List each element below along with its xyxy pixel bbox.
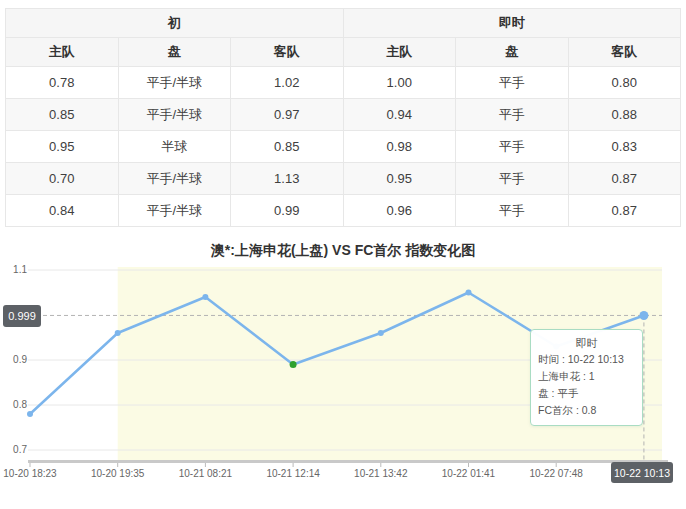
data-point (378, 330, 384, 336)
odds-cell: 1.13 (231, 163, 344, 195)
odds-cell: 0.78 (6, 67, 119, 99)
table-row: 0.70平手/半球1.130.95平手0.87 (6, 163, 681, 195)
odds-cell: 0.80 (568, 67, 681, 99)
table-row: 0.95半球0.850.98平手0.83 (6, 131, 681, 163)
column-header-away-live: 客队 (568, 38, 681, 67)
odds-cell: 平手/半球 (118, 67, 231, 99)
odds-cell: 平手/半球 (118, 163, 231, 195)
data-point (27, 411, 33, 417)
odds-cell: 0.88 (568, 99, 681, 131)
odds-cell: 平手/半球 (118, 195, 231, 227)
column-header-handicap-live: 盘 (456, 38, 569, 67)
column-header-row: 主队 盘 客队 主队 盘 客队 (6, 38, 681, 67)
odds-cell: 平手 (456, 67, 569, 99)
odds-cell: 0.84 (6, 195, 119, 227)
column-header-home-initial: 主队 (6, 38, 119, 67)
column-header-away-initial: 客队 (231, 38, 344, 67)
odds-cell: 平手 (456, 131, 569, 163)
column-header-home-live: 主队 (343, 38, 456, 67)
odds-cell: 0.83 (568, 131, 681, 163)
odds-cell: 0.95 (343, 163, 456, 195)
tooltip-title: 即时 (538, 335, 635, 351)
x-axis-label: 10-20 18:23 (3, 468, 56, 479)
odds-cell: 0.98 (343, 131, 456, 163)
x-axis-label: 10-22 07:48 (529, 468, 582, 479)
group-header-initial: 初 (6, 9, 344, 38)
odds-cell: 平手 (456, 99, 569, 131)
group-header-live: 即时 (343, 9, 681, 38)
odds-cell: 0.95 (6, 131, 119, 163)
tooltip-line-home: 上海申花 : 1 (538, 368, 635, 385)
odds-cell: 平手 (456, 195, 569, 227)
tooltip-line-time: 时间 : 10-22 10:13 (538, 351, 635, 368)
table-row: 0.85平手/半球0.970.94平手0.88 (6, 99, 681, 131)
selected-time-badge: 10-22 10:13 (611, 462, 673, 483)
odds-cell: 0.99 (231, 195, 344, 227)
odds-cell: 0.70 (6, 163, 119, 195)
odds-cell: 半球 (118, 131, 231, 163)
green-data-point (290, 361, 297, 368)
odds-cell: 0.94 (343, 99, 456, 131)
table-row: 0.84平手/半球0.990.96平手0.87 (6, 195, 681, 227)
x-axis-label: 10-22 01:41 (442, 468, 495, 479)
y-axis-label: 1.1 (0, 264, 27, 276)
selected-data-point (639, 311, 648, 320)
odds-cell: 0.85 (231, 131, 344, 163)
column-header-handicap-initial: 盘 (118, 38, 231, 67)
group-header-row: 初 即时 (6, 9, 681, 38)
data-point (202, 294, 208, 300)
odds-cell: 0.87 (568, 163, 681, 195)
odds-cell: 0.97 (231, 99, 344, 131)
chart-title: 澳*:上海申花(上盘) VS FC首尔 指数变化图 (0, 242, 686, 262)
odds-cell: 0.87 (568, 195, 681, 227)
data-point (115, 330, 121, 336)
index-change-chart: 1.10.90.80.7 10-20 18:2310-20 19:3510-21… (0, 262, 686, 497)
odds-cell: 0.96 (343, 195, 456, 227)
data-point (466, 290, 472, 296)
x-axis-label: 10-21 13:42 (354, 468, 407, 479)
x-axis-label: 10-21 12:14 (266, 468, 319, 479)
odds-cell: 平手/半球 (118, 99, 231, 131)
odds-page: 初 即时 主队 盘 客队 主队 盘 客队 0.78平手/半球1.021.00平手… (0, 0, 686, 509)
tooltip-line-away: FC首尔 : 0.8 (538, 402, 635, 419)
odds-cell: 1.00 (343, 67, 456, 99)
tooltip-line-handicap: 盘 : 平手 (538, 385, 635, 402)
current-value-badge: 0.999 (3, 305, 41, 327)
odds-table: 初 即时 主队 盘 客队 主队 盘 客队 0.78平手/半球1.021.00平手… (5, 8, 681, 227)
x-axis-line (28, 460, 668, 463)
odds-cell: 1.02 (231, 67, 344, 99)
tooltip: 即时 时间 : 10-22 10:13 上海申花 : 1 盘 : 平手 FC首尔… (530, 329, 643, 426)
odds-cell: 平手 (456, 163, 569, 195)
x-axis-label: 10-21 08:21 (179, 468, 232, 479)
y-axis-label: 0.7 (0, 444, 27, 456)
y-axis-label: 0.9 (0, 354, 27, 366)
y-axis-label: 0.8 (0, 399, 27, 411)
odds-cell: 0.85 (6, 99, 119, 131)
table-row: 0.78平手/半球1.021.00平手0.80 (6, 67, 681, 99)
x-axis-label: 10-20 19:35 (91, 468, 144, 479)
